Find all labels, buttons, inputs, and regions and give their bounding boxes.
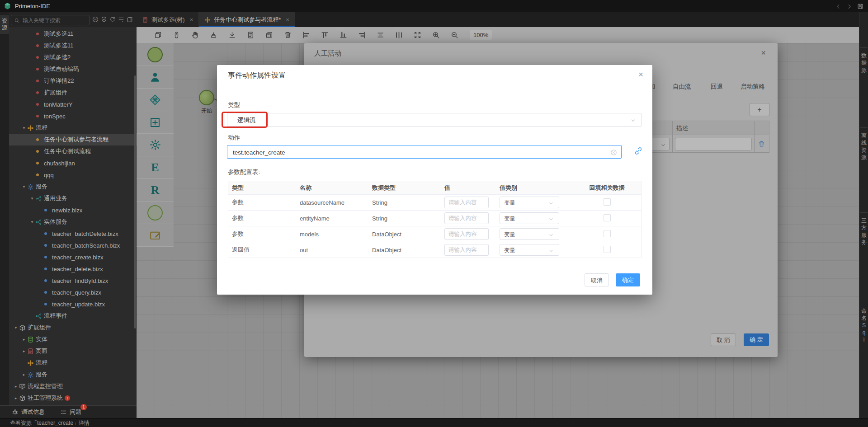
tree-item-社工管理系统[interactable]: ▸社工管理系统!: [9, 392, 137, 404]
palette-subprocess[interactable]: [137, 111, 174, 134]
backfill-checkbox[interactable]: [604, 214, 611, 221]
tree-item-流程[interactable]: 流程: [9, 357, 137, 369]
tree-item-服务[interactable]: ▾服务: [9, 181, 137, 192]
sidebar-scrollbar[interactable]: [134, 75, 136, 328]
tree-item-流程事件[interactable]: 流程事件: [9, 310, 137, 322]
tree-item-teacher_delete.bizx[interactable]: teacher_delete.bizx: [9, 263, 137, 275]
chevron-down-icon[interactable]: ▾: [21, 184, 27, 189]
right-tab-离线资源[interactable]: 离线资源: [859, 132, 868, 161]
back-icon[interactable]: [835, 3, 841, 9]
param-kind-select[interactable]: 变量: [500, 228, 559, 240]
tree-item-订单详情22[interactable]: 订单详情22: [9, 75, 137, 87]
tree-item-chufashijian[interactable]: chufashijian: [9, 157, 137, 169]
param-value-input[interactable]: 请输入内容: [444, 228, 489, 240]
chevron-right-icon[interactable]: ▸: [21, 337, 27, 342]
copy-button[interactable]: [152, 29, 164, 41]
align-center-button[interactable]: [374, 29, 387, 41]
align-top-button[interactable]: [319, 29, 331, 41]
dialog-tab-startpolicy[interactable]: 启动策略: [741, 83, 765, 91]
tree-item-teacher_batchSearch.bizx[interactable]: teacher_batchSearch.bizx: [9, 239, 137, 251]
modal-close-icon[interactable]: ×: [638, 70, 643, 80]
tree-item-流程监控管理[interactable]: ▸流程监控管理: [9, 380, 137, 392]
modal-ok-button[interactable]: 确定: [616, 273, 640, 286]
tree-item-测试多选11[interactable]: 测试多选11: [9, 28, 137, 40]
tree-item-teacher_findById.bizx[interactable]: teacher_findById.bizx: [9, 275, 137, 286]
ai-button[interactable]: AI: [92, 15, 99, 23]
palette-auto-activity[interactable]: [137, 134, 174, 156]
palette-annotation[interactable]: [137, 224, 174, 247]
tree-item-页面[interactable]: ▸页面: [9, 345, 137, 357]
param-value-input[interactable]: 请输入内容: [444, 197, 489, 208]
editor-tab-2[interactable]: 任务中心测试参与者流程*×: [199, 12, 295, 27]
dialog-ok-button[interactable]: 确 定: [744, 333, 769, 346]
verify-button[interactable]: [101, 15, 107, 23]
delete-button[interactable]: [282, 29, 294, 41]
tree-item-通用业务[interactable]: ▾通用业务: [9, 192, 137, 204]
pointer-button[interactable]: [170, 29, 183, 41]
tree-item-扩展组件[interactable]: 扩展组件: [9, 87, 137, 99]
forward-icon[interactable]: [846, 3, 852, 9]
tree-item-测试自动编码[interactable]: 测试自动编码: [9, 63, 137, 75]
left-rail-tab-resources[interactable]: 资源: [0, 15, 9, 34]
search-box[interactable]: [11, 15, 90, 25]
chevron-down-icon[interactable]: ▾: [29, 196, 35, 201]
dialog-close-icon[interactable]: ×: [761, 48, 766, 58]
distribute-button[interactable]: [393, 29, 405, 41]
hand-button[interactable]: [189, 29, 201, 41]
fit-screen-button[interactable]: [411, 29, 424, 41]
download-button[interactable]: [226, 29, 238, 41]
tree-item-任务中心测试参与者流程[interactable]: 任务中心测试参与者流程: [9, 134, 137, 145]
tree-item-teacher_create.bizx[interactable]: teacher_create.bizx: [9, 251, 137, 263]
zoom-out-button[interactable]: [448, 29, 461, 41]
bottom-tab-调试信息[interactable]: 调试信息: [12, 408, 45, 416]
palette-start-event[interactable]: [137, 43, 174, 66]
tree-item-teacher_update.bizx[interactable]: teacher_update.bizx: [9, 298, 137, 310]
palette-r-node[interactable]: R: [137, 179, 174, 202]
tree-item-tonMatterY[interactable]: tonMatterY: [9, 99, 137, 110]
refresh-button[interactable]: [109, 15, 116, 23]
outline-button[interactable]: [118, 15, 124, 23]
editor-tab-1[interactable]: 测试多选(树)×: [137, 12, 199, 27]
backfill-checkbox[interactable]: [604, 246, 611, 253]
palette-end-event[interactable]: [137, 202, 174, 224]
chevron-right-icon[interactable]: ▸: [21, 349, 27, 353]
tree-item-扩展组件[interactable]: ▾扩展组件: [9, 322, 137, 333]
tree-item-实体服务[interactable]: ▾实体服务: [9, 216, 137, 228]
dialog-tab-rollback[interactable]: 回退: [711, 83, 723, 91]
tree-item-测试多选2[interactable]: 测试多选2: [9, 52, 137, 63]
duplicate-button[interactable]: [263, 29, 275, 41]
align-bottom-button[interactable]: [337, 29, 349, 41]
chevron-right-icon[interactable]: ▸: [13, 384, 19, 389]
document-button[interactable]: [245, 29, 257, 41]
dialog-cancel-button[interactable]: 取 消: [711, 333, 736, 346]
type-select[interactable]: 逻辑流: [227, 113, 642, 127]
search-input[interactable]: [22, 17, 87, 24]
palette-e-node[interactable]: E: [137, 156, 174, 179]
tab-close-icon[interactable]: ×: [286, 16, 289, 23]
tree-item-newbiz.bizx[interactable]: newbiz.bizx: [9, 204, 137, 216]
right-tab-数据源[interactable]: 数据源: [859, 52, 868, 74]
chevron-down-icon[interactable]: ▾: [21, 126, 27, 130]
align-right-button[interactable]: [356, 29, 368, 41]
right-tab-三方服务[interactable]: 三方服务: [859, 217, 868, 246]
modal-cancel-button[interactable]: 取消: [585, 273, 609, 286]
tab-close-icon[interactable]: ×: [190, 16, 193, 23]
trash-icon[interactable]: [758, 140, 765, 148]
palette-human-activity[interactable]: [137, 66, 174, 89]
tree-item-流程[interactable]: ▾流程: [9, 122, 137, 134]
dialog-row-desc-input[interactable]: [675, 138, 752, 150]
save-icon[interactable]: [857, 3, 863, 10]
param-kind-select[interactable]: 变量: [500, 212, 559, 224]
backfill-checkbox[interactable]: [604, 230, 611, 237]
zoom-in-button[interactable]: [430, 29, 442, 41]
param-value-input[interactable]: 请输入内容: [444, 244, 489, 256]
palette-gateway[interactable]: [137, 89, 174, 111]
backfill-checkbox[interactable]: [604, 198, 611, 206]
clear-input-icon[interactable]: [610, 149, 617, 156]
bottom-tab-问题[interactable]: 问题1: [60, 408, 81, 416]
chevron-right-icon[interactable]: ▸: [13, 396, 19, 400]
tree-item-实体[interactable]: ▸实体: [9, 333, 137, 345]
right-tab-命名Sql[interactable]: 命名Sql: [859, 307, 868, 343]
tree-item-teacher_batchDelete.bizx[interactable]: teacher_batchDelete.bizx: [9, 228, 137, 239]
tree-item-服务[interactable]: ▸服务: [9, 369, 137, 380]
